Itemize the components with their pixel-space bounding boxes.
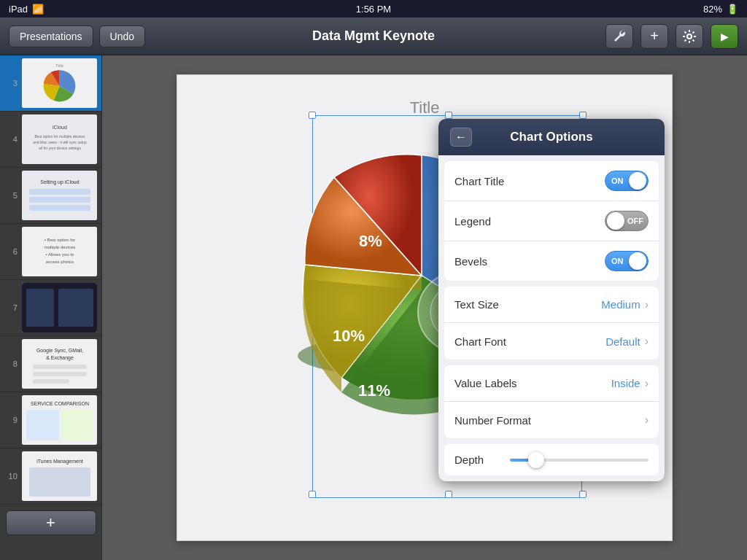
svg-rect-13	[22, 227, 97, 276]
chart-title-toggle[interactable]: ON	[605, 171, 649, 191]
slide-item-6[interactable]: 6 • Best option for multiple devices • A…	[0, 224, 101, 280]
device-name: iPad	[9, 4, 28, 15]
svg-text:11%: 11%	[358, 381, 390, 400]
text-size-chevron: ›	[645, 298, 649, 311]
slide-number-8: 8	[4, 359, 18, 368]
chart-font-row[interactable]: Chart Font Default ›	[444, 323, 659, 359]
svg-text:Google Sync, GMail,: Google Sync, GMail,	[36, 348, 83, 354]
selection-handle-tl[interactable]	[309, 112, 316, 119]
svg-text:8%: 8%	[359, 232, 382, 250]
slide-number-5: 5	[4, 191, 18, 200]
settings-button[interactable]	[676, 24, 703, 49]
add-slide-button[interactable]: +	[6, 510, 96, 535]
wrench-icon	[612, 29, 627, 44]
selection-handle-br[interactable]	[579, 491, 587, 498]
svg-rect-25	[33, 372, 87, 376]
text-size-label: Text Size	[454, 298, 601, 311]
svg-rect-20	[58, 289, 93, 327]
bevels-row: Bevels ON	[444, 241, 659, 281]
svg-text:Title: Title	[55, 63, 64, 68]
slide-number-6: 6	[4, 247, 18, 256]
chart-title-label: Chart Title	[454, 175, 605, 187]
panel-value-section: Value Labels Inside › Number Format ›	[444, 365, 659, 438]
value-labels-label: Value Labels	[454, 377, 611, 389]
play-button[interactable]: ▶	[711, 24, 738, 49]
undo-button[interactable]: Undo	[99, 26, 145, 47]
bevels-toggle-label: ON	[611, 257, 624, 265]
play-icon: ▶	[721, 31, 729, 42]
svg-rect-24	[33, 365, 87, 369]
text-size-row[interactable]: Text Size Medium ›	[444, 287, 659, 323]
svg-point-0	[687, 34, 692, 39]
svg-text:iTunes Management: iTunes Management	[36, 459, 83, 464]
number-format-chevron: ›	[645, 413, 649, 427]
slide-item-3[interactable]: 3 Title	[0, 55, 101, 112]
slide-thumbnail-9: SERVICE COMPARISON	[22, 395, 97, 445]
slide-item-9[interactable]: 9 SERVICE COMPARISON	[0, 392, 101, 448]
value-labels-row[interactable]: Value Labels Inside ›	[444, 365, 659, 402]
selection-handle-tr[interactable]	[579, 112, 587, 119]
chart-title-knob	[629, 172, 646, 190]
panel-back-button[interactable]: ←	[450, 128, 472, 147]
slide-panel: 3 Title 4	[0, 55, 102, 560]
depth-slider-track	[510, 459, 649, 462]
slide-number-10: 10	[4, 472, 18, 481]
panel-detail-section: Text Size Medium › Chart Font Default ›	[444, 287, 659, 359]
slide-thumbnail-5: Setting up iCloud	[22, 171, 97, 220]
battery-icon: 🔋	[727, 4, 738, 15]
slide-thumbnail-3: Title	[22, 58, 97, 108]
settings-icon	[682, 29, 697, 44]
value-labels-chevron: ›	[645, 377, 649, 390]
svg-text:Setting up iCloud: Setting up iCloud	[40, 179, 79, 185]
slide-item-10[interactable]: 10 iTunes Management	[0, 448, 101, 505]
value-labels-value: Inside	[611, 377, 640, 389]
depth-slider-thumb[interactable]	[528, 452, 544, 468]
number-format-row[interactable]: Number Format ›	[444, 402, 659, 438]
status-time: 1:56 PM	[356, 4, 391, 15]
chart-font-value: Default	[605, 335, 640, 348]
number-format-label: Number Format	[454, 414, 645, 427]
svg-text:all for your device settings: all for your device settings	[39, 146, 81, 150]
wifi-icon: 📶	[32, 4, 44, 15]
add-button[interactable]: +	[640, 24, 668, 49]
svg-rect-29	[26, 410, 59, 440]
chart-title-toggle-label: ON	[611, 176, 624, 185]
toolbar-left: Presentations Undo	[9, 26, 145, 47]
slide-number-7: 7	[4, 303, 18, 312]
svg-text:• Best option for: • Best option for	[44, 238, 75, 242]
slide-item-5[interactable]: 5 Setting up iCloud	[0, 168, 101, 224]
wrench-button[interactable]	[605, 24, 633, 49]
bevels-toggle[interactable]: ON	[605, 251, 649, 271]
selection-handle-bl[interactable]	[309, 491, 316, 498]
depth-label: Depth	[454, 454, 498, 466]
slide-thumbnail-8: Google Sync, GMail, & Exchange	[22, 339, 97, 389]
slide-canvas: Title	[177, 74, 673, 541]
panel-title: Chart Options	[481, 130, 622, 144]
text-size-value: Medium	[601, 298, 640, 311]
presentations-button[interactable]: Presentations	[9, 26, 93, 47]
svg-rect-3	[22, 114, 97, 164]
svg-rect-26	[33, 379, 69, 384]
chart-font-label: Chart Font	[454, 335, 605, 348]
slide-area: Title	[102, 55, 747, 560]
battery-level: 82%	[703, 4, 722, 15]
svg-rect-10	[29, 189, 90, 195]
back-icon: ←	[455, 131, 467, 144]
legend-toggle[interactable]: OFF	[605, 211, 649, 231]
status-bar: iPad 📶 1:56 PM 82% 🔋	[0, 0, 747, 18]
legend-label: Legend	[454, 215, 605, 228]
selection-handle-tc[interactable]	[445, 112, 452, 119]
selection-handle-bc[interactable]	[445, 491, 452, 498]
svg-text:and Mac users - it will sync s: and Mac users - it will sync setup	[33, 140, 87, 144]
slide-item-4[interactable]: 4 iCloud Best option for multiple device…	[0, 112, 101, 168]
main-layout: 3 Title 4	[0, 55, 747, 560]
chart-title-text: Title	[410, 98, 440, 117]
svg-text:SERVICE COMPARISON: SERVICE COMPARISON	[31, 401, 89, 406]
slide-number-3: 3	[4, 79, 18, 88]
bevels-knob	[629, 252, 646, 270]
svg-text:access photos: access photos	[46, 260, 74, 264]
svg-rect-33	[29, 467, 90, 497]
toolbar-title: Data Mgmt Keynote	[312, 28, 435, 44]
slide-item-8[interactable]: 8 Google Sync, GMail, & Exchange	[0, 336, 101, 392]
slide-item-7[interactable]: 7	[0, 280, 101, 336]
